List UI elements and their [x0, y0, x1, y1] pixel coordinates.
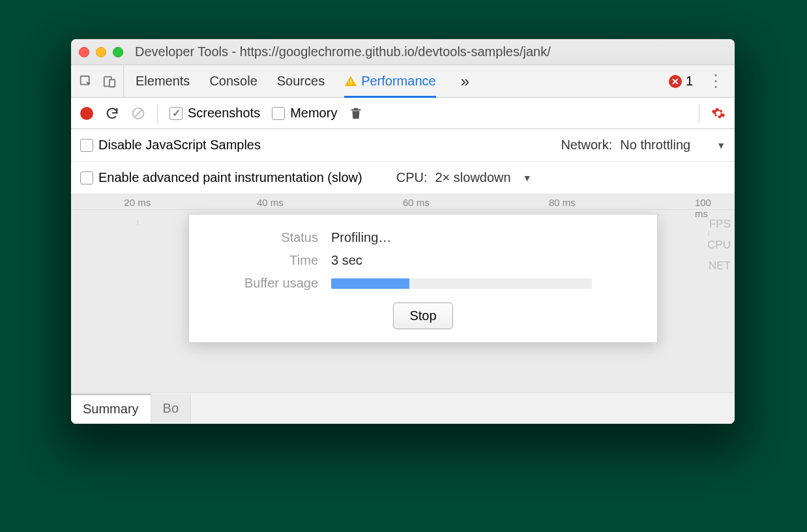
settings-row-2: Enable advanced paint instrumentation (s…: [71, 162, 735, 194]
error-count: 1: [686, 74, 693, 89]
memory-label: Memory: [290, 106, 337, 121]
cpu-throttle-select[interactable]: 2× slowdown ▼: [435, 170, 531, 185]
cpu-label: CPU:: [396, 170, 428, 185]
cpu-lane-label: CPU: [707, 235, 731, 256]
tab-console[interactable]: Console: [209, 65, 257, 97]
warning-icon: [344, 75, 357, 88]
ruler-tick: 40 ms: [257, 197, 284, 208]
divider: [699, 104, 699, 123]
minimize-window-button[interactable]: [96, 47, 106, 57]
status-label: Status: [207, 230, 318, 245]
tab-sources-label: Sources: [277, 74, 325, 89]
divider: [157, 104, 158, 123]
garbage-collect-button[interactable]: [349, 106, 363, 121]
performance-toolbar: Screenshots Memory: [71, 98, 735, 129]
checkbox-icon: [80, 139, 93, 152]
clear-button[interactable]: [131, 106, 145, 121]
tab-bottom-up[interactable]: Bo: [151, 394, 191, 422]
inspect-element-icon[interactable]: [79, 74, 93, 89]
svg-rect-2: [110, 80, 115, 87]
fps-lane-label: FPS: [707, 214, 731, 235]
more-tabs-button[interactable]: »: [456, 72, 475, 91]
network-throttle-select[interactable]: No throttling ▼: [620, 138, 726, 153]
cpu-value: 2× slowdown: [435, 170, 510, 185]
lane-labels: FPS CPU NET: [707, 214, 731, 276]
ruler-tick: 80 ms: [549, 197, 576, 208]
window-title: Developer Tools - https://googlechrome.g…: [130, 44, 727, 59]
tab-summary-label: Summary: [83, 402, 139, 416]
net-lane-label: NET: [707, 256, 731, 276]
network-label: Network:: [561, 138, 612, 153]
buffer-progress-bar: [331, 278, 409, 289]
error-count-badge[interactable]: ✕ 1: [669, 74, 693, 89]
stop-button[interactable]: Stop: [393, 303, 452, 329]
capture-settings-button[interactable]: [711, 106, 726, 121]
main-tabbar: Elements Console Sources Performance » ✕…: [71, 65, 735, 98]
tab-elements[interactable]: Elements: [136, 65, 190, 97]
checkbox-icon: [169, 107, 183, 120]
chevron-down-icon: ▼: [716, 140, 726, 151]
memory-checkbox[interactable]: Memory: [272, 106, 337, 121]
tab-performance-label: Performance: [361, 74, 436, 89]
svg-rect-4: [350, 83, 351, 84]
tab-bottom-up-label: Bo: [163, 401, 179, 415]
paint-instrumentation-checkbox[interactable]: Enable advanced paint instrumentation (s…: [80, 170, 362, 185]
devtools-window: Developer Tools - https://googlechrome.g…: [71, 39, 735, 424]
network-value: No throttling: [620, 138, 690, 153]
profiling-dialog: Status Profiling… Time 3 sec Buffer usag…: [188, 214, 658, 343]
buffer-label: Buffer usage: [207, 276, 318, 291]
tab-performance[interactable]: Performance: [344, 65, 436, 97]
timeline-area: 20 ms 40 ms 60 ms 80 ms 100 ms FPS CPU N…: [71, 194, 735, 424]
title-bar: Developer Tools - https://googlechrome.g…: [71, 39, 735, 65]
zoom-window-button[interactable]: [113, 47, 123, 57]
tab-summary[interactable]: Summary: [71, 394, 151, 423]
disable-js-samples-checkbox[interactable]: Disable JavaScript Samples: [80, 138, 261, 153]
paint-instr-label: Enable advanced paint instrumentation (s…: [98, 170, 362, 185]
error-icon: ✕: [669, 75, 682, 88]
tab-elements-label: Elements: [136, 74, 190, 89]
toggle-device-toolbar-icon[interactable]: [102, 74, 117, 89]
svg-rect-3: [350, 80, 351, 82]
time-value: 3 sec: [331, 253, 639, 268]
close-window-button[interactable]: [79, 47, 89, 57]
devtools-menu-button[interactable]: ⋮: [705, 71, 727, 91]
ruler-tick: 60 ms: [403, 197, 430, 208]
screenshots-label: Screenshots: [188, 106, 260, 121]
buffer-progress: [331, 278, 592, 289]
status-value: Profiling…: [331, 230, 639, 245]
screenshots-checkbox[interactable]: Screenshots: [169, 106, 260, 121]
reload-button[interactable]: [105, 106, 119, 121]
settings-row-1: Disable JavaScript Samples Network: No t…: [71, 129, 735, 162]
window-controls: [79, 47, 123, 57]
ruler-tick: 20 ms: [124, 197, 151, 208]
record-button[interactable]: [80, 107, 93, 120]
tab-console-label: Console: [209, 74, 257, 89]
chevron-down-icon: ▼: [523, 173, 532, 183]
checkbox-icon: [272, 107, 285, 120]
tab-sources[interactable]: Sources: [277, 65, 325, 97]
disable-js-label: Disable JavaScript Samples: [98, 138, 261, 153]
checkbox-icon: [80, 171, 93, 185]
details-tabbar: Summary Bo: [71, 392, 735, 424]
time-label: Time: [207, 253, 318, 268]
time-ruler: 20 ms 40 ms 60 ms 80 ms 100 ms: [71, 194, 735, 210]
